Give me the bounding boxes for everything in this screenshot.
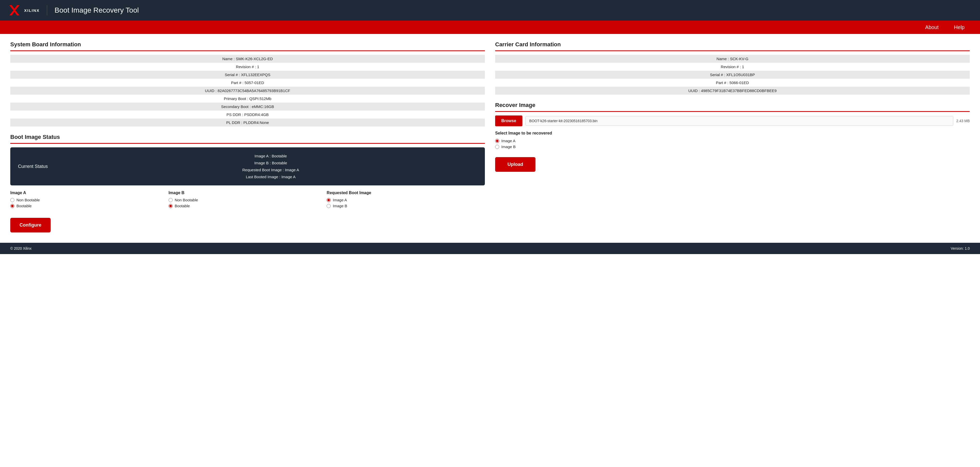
- current-status-label: Current Status: [18, 164, 54, 169]
- image-a-non-bootable[interactable]: Non Bootable: [10, 198, 169, 202]
- system-board-row: Part # : 5057-01ED: [10, 79, 485, 87]
- system-board-row: Primary Boot : QSPI:512Mb: [10, 95, 485, 103]
- carrier-card-row: Revision # : 1: [495, 63, 970, 71]
- image-b-label: Image B: [169, 191, 327, 195]
- system-board-row: Revision # : 1: [10, 63, 485, 71]
- carrier-card-row: Serial # : XFL1O5U031BP: [495, 71, 970, 79]
- req-image-b-label: Image B: [333, 204, 347, 208]
- file-name-display: BOOT-k26-starter-kit-20230516185703.bin: [525, 116, 953, 126]
- footer: © 2020 Xilinx Version: 1.0: [0, 243, 980, 254]
- image-a-group: Image A Non Bootable Bootable: [10, 191, 169, 210]
- svg-marker-0: [9, 5, 19, 16]
- system-board-table: Name : SMK-K26-XCL2G-EDRevision # : 1Ser…: [10, 55, 485, 126]
- footer-copyright: © 2020 Xilinx: [10, 246, 32, 250]
- carrier-card-row: UUID : 4985C79F31B74E37BBFED88CD0BFBEE9: [495, 87, 970, 95]
- upload-button[interactable]: Upload: [495, 157, 536, 172]
- recover-image-a-label: Image A: [501, 139, 515, 143]
- image-a-label: Image A: [10, 191, 169, 195]
- help-link[interactable]: Help: [954, 24, 964, 30]
- recover-image-a[interactable]: Image A: [495, 139, 970, 143]
- image-b-group: Image B Non Bootable Bootable: [169, 191, 327, 210]
- recover-image-b-label: Image B: [501, 145, 516, 149]
- navbar: About Help: [0, 21, 980, 34]
- header: XILINX Boot Image Recovery Tool: [0, 0, 980, 21]
- carrier-card-section: Carrier Card Information Name : SCK-KV-G…: [495, 41, 970, 95]
- image-b-non-bootable-label: Non Bootable: [175, 198, 198, 202]
- carrier-card-table: Name : SCK-KV-GRevision # : 1Serial # : …: [495, 55, 970, 95]
- image-b-bootable[interactable]: Bootable: [169, 204, 327, 208]
- image-a-non-bootable-label: Non Bootable: [16, 198, 40, 202]
- req-image-a[interactable]: Image A: [326, 198, 485, 202]
- browse-button[interactable]: Browse: [495, 115, 522, 126]
- requested-boot-label: Requested Boot Image: [326, 191, 485, 195]
- carrier-card-row: Part # : 5066-01ED: [495, 79, 970, 87]
- xilinx-icon: [8, 4, 21, 16]
- configure-button[interactable]: Configure: [10, 218, 51, 233]
- recover-image-radios: Image A Image B: [495, 139, 970, 149]
- file-size-label: 2.43 MB: [956, 119, 970, 123]
- system-board-row: Secondary Boot : eMMC:16GB: [10, 103, 485, 111]
- status-details: Image A : BootableImage B : BootableRequ…: [64, 153, 477, 180]
- brand-name: XILINX: [24, 8, 40, 13]
- carrier-card-divider: [495, 50, 970, 51]
- current-status-box: Current Status Image A : BootableImage B…: [10, 147, 485, 185]
- req-image-b[interactable]: Image B: [326, 204, 485, 208]
- browse-row: Browse BOOT-k26-starter-kit-202305161857…: [495, 115, 970, 126]
- system-board-section: System Board Information Name : SMK-K26-…: [10, 41, 485, 126]
- system-board-row: Serial # : XFL132EEXPQS: [10, 71, 485, 79]
- boot-options-row: Image A Non Bootable Bootable Image B: [10, 191, 485, 210]
- system-board-title: System Board Information: [10, 41, 485, 48]
- boot-status-title: Boot Image Status: [10, 134, 485, 140]
- right-column: Carrier Card Information Name : SCK-KV-G…: [495, 41, 970, 233]
- boot-status-divider: [10, 143, 485, 144]
- header-divider: [47, 5, 47, 16]
- recover-image-b[interactable]: Image B: [495, 145, 970, 149]
- image-a-bootable-label: Bootable: [16, 204, 32, 208]
- logo-area: XILINX: [8, 4, 40, 16]
- system-board-divider: [10, 50, 485, 51]
- main-content: System Board Information Name : SMK-K26-…: [0, 34, 980, 237]
- footer-version: Version: 1.0: [951, 246, 970, 250]
- image-b-bootable-label: Bootable: [175, 204, 190, 208]
- system-board-row: UUID : 82A0267773C54BA5A76485793B91B1CF: [10, 87, 485, 95]
- recover-image-section: Recover Image Browse BOOT-k26-starter-ki…: [495, 102, 970, 172]
- system-board-row: Name : SMK-K26-XCL2G-ED: [10, 55, 485, 63]
- image-a-bootable[interactable]: Bootable: [10, 204, 169, 208]
- requested-boot-image-group: Requested Boot Image Image A Image B: [326, 191, 485, 210]
- carrier-card-row: Name : SCK-KV-G: [495, 55, 970, 63]
- about-link[interactable]: About: [925, 24, 939, 30]
- carrier-card-title: Carrier Card Information: [495, 41, 970, 48]
- recover-image-title: Recover Image: [495, 102, 970, 108]
- left-column: System Board Information Name : SMK-K26-…: [10, 41, 485, 233]
- req-image-a-label: Image A: [333, 198, 347, 202]
- boot-image-status-section: Boot Image Status Current Status Image A…: [10, 134, 485, 233]
- select-image-label: Select Image to be recovered: [495, 131, 970, 135]
- recover-image-divider: [495, 111, 970, 112]
- system-board-row: PS DDR : PSDDR4:4GB: [10, 111, 485, 118]
- system-board-row: PL DDR : PLDDR4:None: [10, 118, 485, 126]
- image-b-non-bootable[interactable]: Non Bootable: [169, 198, 327, 202]
- app-title: Boot Image Recovery Tool: [54, 6, 139, 14]
